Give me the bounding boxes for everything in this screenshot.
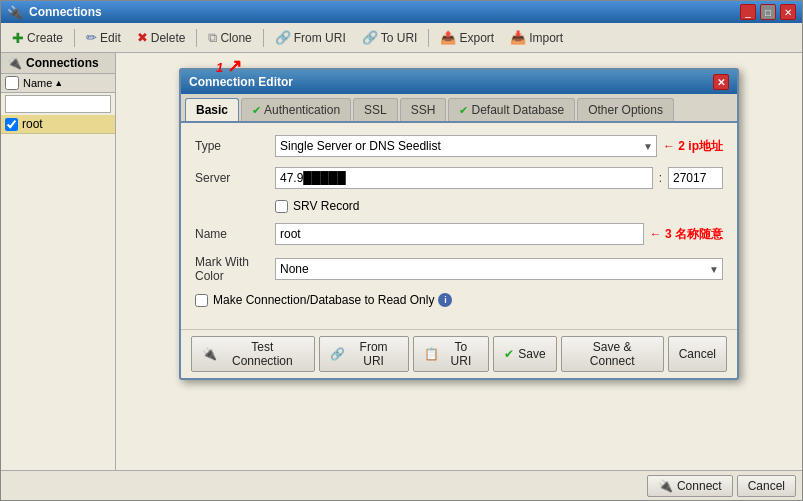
- main-cancel-button[interactable]: Cancel: [737, 475, 796, 497]
- test-connection-label: Test Connection: [221, 340, 304, 368]
- sep-3: [263, 29, 264, 47]
- test-connection-button[interactable]: 🔌 Test Connection: [191, 336, 315, 372]
- import-button[interactable]: 📥 Import: [503, 27, 570, 48]
- srv-label: SRV Record: [293, 199, 359, 213]
- footer-right: ✔ Save Save & Connect Cancel: [493, 336, 727, 372]
- port-input[interactable]: [668, 167, 723, 189]
- tab-other-options[interactable]: Other Options: [577, 98, 674, 121]
- search-row: [1, 93, 115, 115]
- delete-label: Delete: [151, 31, 186, 45]
- dialog-close-button[interactable]: ✕: [713, 74, 729, 90]
- server-row: Server :: [195, 167, 723, 189]
- connect-label: Connect: [677, 479, 722, 493]
- bottom-bar: 🔌 Connect Cancel: [1, 470, 802, 500]
- clone-label: Clone: [220, 31, 251, 45]
- root-connection-name: root: [22, 117, 43, 131]
- sort-icon: ▲: [54, 78, 63, 88]
- tab-bar: Basic ✔ Authentication SSL SSH: [181, 94, 737, 123]
- tab-authentication[interactable]: ✔ Authentication: [241, 98, 351, 121]
- export-button[interactable]: 📤 Export: [433, 27, 501, 48]
- port-separator: :: [659, 171, 662, 185]
- connections-panel-header: 🔌 Connections: [1, 53, 115, 74]
- delete-button[interactable]: ✖ Delete: [130, 27, 193, 48]
- readonly-checkbox[interactable]: [195, 294, 208, 307]
- footer-left: 🔌 Test Connection 🔗 From URI 📋 To URI: [191, 336, 489, 372]
- tab-basic[interactable]: Basic: [185, 98, 239, 121]
- content-area: 🔌 Connections Name ▲ root: [1, 53, 802, 470]
- sep-2: [196, 29, 197, 47]
- connections-icon: 🔌: [7, 5, 23, 20]
- connection-row-root[interactable]: root: [1, 115, 115, 134]
- root-checkbox[interactable]: [5, 118, 18, 131]
- footer-from-uri-button[interactable]: 🔗 From URI: [319, 336, 410, 372]
- mark-color-control-wrap: None ▼: [275, 258, 723, 280]
- from-uri-button[interactable]: 🔗 From URI: [268, 27, 353, 48]
- dialog-footer: 🔌 Test Connection 🔗 From URI 📋 To URI: [181, 329, 737, 378]
- to-uri-icon: 🔗: [362, 30, 378, 45]
- tab-ssl[interactable]: SSL: [353, 98, 398, 121]
- title-bar: 🔌 Connections _ □ ✕: [1, 1, 802, 23]
- edit-button[interactable]: ✏ Edit: [79, 27, 128, 48]
- tab-default-database-label: Default Database: [471, 103, 564, 117]
- footer-to-uri-label: To URI: [443, 340, 478, 368]
- minimize-button[interactable]: _: [740, 4, 756, 20]
- sep-4: [428, 29, 429, 47]
- test-connection-icon: 🔌: [202, 347, 217, 361]
- server-input[interactable]: [275, 167, 653, 189]
- toolbar: ✚ Create ✏ Edit ✖ Delete ⧉ Clone 🔗 From …: [1, 23, 802, 53]
- tab-ssh[interactable]: SSH: [400, 98, 447, 121]
- footer-from-uri-label: From URI: [349, 340, 399, 368]
- mark-color-select[interactable]: None: [275, 258, 723, 280]
- name-input[interactable]: [275, 223, 644, 245]
- to-uri-label: To URI: [381, 31, 418, 45]
- readonly-label: Make Connection/Database to Read Only: [213, 293, 434, 307]
- connect-button[interactable]: 🔌 Connect: [647, 475, 733, 497]
- connections-table: Name ▲ root: [1, 74, 115, 470]
- to-uri-button[interactable]: 🔗 To URI: [355, 27, 425, 48]
- window-title: Connections: [29, 5, 102, 19]
- select-all-checkbox[interactable]: [5, 76, 19, 90]
- footer-to-uri-icon: 📋: [424, 347, 439, 361]
- edit-icon: ✏: [86, 30, 97, 45]
- clone-button[interactable]: ⧉ Clone: [201, 27, 258, 49]
- footer-from-uri-icon: 🔗: [330, 347, 345, 361]
- footer-to-uri-button[interactable]: 📋 To URI: [413, 336, 489, 372]
- sep-1: [74, 29, 75, 47]
- tab-other-options-label: Other Options: [588, 103, 663, 117]
- authentication-check-icon: ✔: [252, 104, 261, 117]
- right-area: 1 ↗ Connection Editor ✕ Basic: [116, 53, 802, 470]
- mark-color-select-wrap: None ▼: [275, 258, 723, 280]
- type-select[interactable]: Single Server or DNS Seedlist: [275, 135, 657, 157]
- tab-ssl-label: SSL: [364, 103, 387, 117]
- type-label: Type: [195, 139, 275, 153]
- mark-color-row: Mark With Color None ▼: [195, 255, 723, 283]
- search-input[interactable]: [5, 95, 111, 113]
- dialog-title-bar: Connection Editor ✕: [181, 70, 737, 94]
- type-select-wrap: Single Server or DNS Seedlist ▼: [275, 135, 657, 157]
- import-icon: 📥: [510, 30, 526, 45]
- maximize-button[interactable]: □: [760, 4, 776, 20]
- save-label: Save: [518, 347, 545, 361]
- dialog-cancel-button[interactable]: Cancel: [668, 336, 727, 372]
- create-button[interactable]: ✚ Create: [5, 27, 70, 49]
- name-label: Name: [195, 227, 275, 241]
- from-uri-label: From URI: [294, 31, 346, 45]
- type-row: Type Single Server or DNS Seedlist ▼ ← 2…: [195, 135, 723, 157]
- srv-checkbox[interactable]: [275, 200, 288, 213]
- tab-default-database[interactable]: ✔ Default Database: [448, 98, 575, 121]
- default-db-check-icon: ✔: [459, 104, 468, 117]
- save-button[interactable]: ✔ Save: [493, 336, 556, 372]
- title-bar-left: 🔌 Connections: [7, 5, 102, 20]
- name-control-wrap: ← 3 名称随意: [275, 223, 723, 245]
- connections-panel-icon: 🔌: [7, 56, 22, 70]
- save-connect-button[interactable]: Save & Connect: [561, 336, 664, 372]
- annotation-3: ← 3 名称随意: [650, 226, 723, 243]
- tab-basic-label: Basic: [196, 103, 228, 117]
- table-header: Name ▲: [1, 74, 115, 93]
- create-label: Create: [27, 31, 63, 45]
- server-control-wrap: :: [275, 167, 723, 189]
- connect-icon: 🔌: [658, 479, 673, 493]
- server-label: Server: [195, 171, 275, 185]
- main-window: 🔌 Connections _ □ ✕ ✚ Create ✏ Edit ✖ De…: [0, 0, 803, 501]
- close-button[interactable]: ✕: [780, 4, 796, 20]
